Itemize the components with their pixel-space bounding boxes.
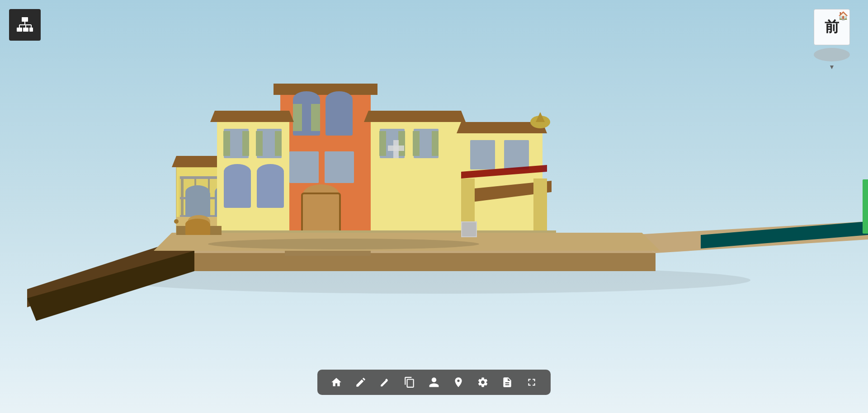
svg-point-22 — [185, 185, 210, 199]
svg-rect-49 — [223, 131, 230, 156]
svg-rect-88 — [22, 17, 28, 22]
building-scene — [0, 0, 868, 413]
hierarchy-icon — [15, 15, 35, 35]
svg-point-56 — [257, 164, 284, 179]
bottom-toolbar — [317, 370, 551, 395]
toolbar-expand-button[interactable] — [524, 374, 540, 390]
svg-rect-90 — [23, 28, 28, 32]
svg-rect-87 — [462, 222, 476, 236]
svg-rect-11 — [181, 176, 184, 217]
toolbar-measure-button[interactable] — [353, 374, 369, 390]
svg-rect-70 — [504, 140, 529, 169]
svg-rect-39 — [311, 104, 320, 131]
svg-rect-62 — [398, 131, 405, 156]
svg-rect-51 — [256, 131, 263, 156]
svg-rect-69 — [470, 140, 495, 169]
svg-point-85 — [185, 219, 210, 230]
right-edge-indicator — [863, 179, 868, 234]
svg-rect-64 — [432, 131, 439, 156]
svg-marker-46 — [210, 111, 294, 122]
view-widget: 前 🏠 ▼ — [814, 9, 850, 70]
svg-point-37 — [326, 91, 353, 108]
toolbar-settings-button[interactable] — [475, 374, 491, 390]
svg-rect-63 — [413, 131, 420, 156]
toolbar-location-button[interactable] — [450, 374, 467, 390]
svg-rect-52 — [275, 131, 282, 156]
svg-rect-40 — [289, 151, 319, 183]
svg-rect-61 — [379, 131, 386, 156]
toolbar-person-button[interactable] — [426, 374, 442, 390]
svg-rect-50 — [242, 131, 249, 156]
chevron-down-icon[interactable]: ▼ — [829, 63, 835, 70]
svg-rect-91 — [29, 28, 33, 32]
toolbar-list-button[interactable] — [499, 374, 515, 390]
toolbar-draw-button[interactable] — [377, 374, 393, 390]
toolbar-copy-button[interactable] — [401, 374, 418, 390]
compass-oval — [814, 48, 850, 61]
svg-point-82 — [208, 239, 479, 249]
svg-point-30 — [174, 219, 179, 224]
svg-marker-58 — [364, 111, 466, 122]
scene-container — [0, 0, 868, 413]
svg-rect-79 — [285, 250, 371, 256]
structure-button[interactable] — [9, 9, 41, 41]
svg-rect-89 — [17, 28, 22, 32]
svg-rect-38 — [293, 104, 302, 131]
svg-rect-41 — [325, 151, 354, 183]
svg-rect-33 — [274, 84, 377, 95]
svg-rect-66 — [388, 145, 404, 151]
home-icon[interactable]: 🏠 — [838, 11, 848, 21]
svg-marker-4 — [194, 253, 656, 271]
toolbar-home-button[interactable] — [328, 374, 344, 390]
svg-point-54 — [224, 164, 251, 179]
